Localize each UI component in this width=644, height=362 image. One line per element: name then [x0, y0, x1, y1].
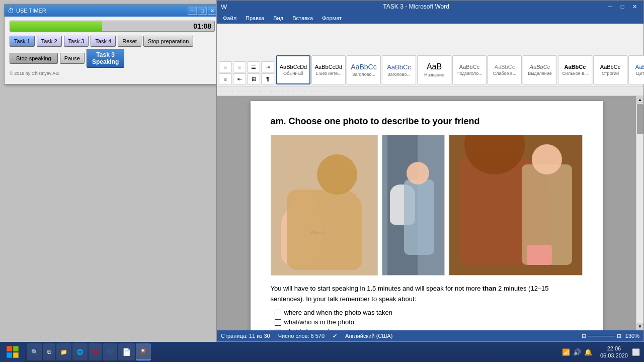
taskview-icon: ⧉: [47, 349, 51, 355]
task3-speaking-btn[interactable]: Task 3 Speaking: [87, 49, 124, 68]
style-h1-label: Заголово...: [352, 72, 375, 77]
tray-volume-icon[interactable]: 🔊: [573, 348, 581, 356]
taskbar-item-yandex[interactable]: Я: [89, 343, 102, 360]
style-title-label: Название: [424, 72, 444, 77]
timer-progress-area: 01:08: [5, 17, 220, 34]
word-content-area[interactable]: am. Choose one photo to describe to your…: [217, 96, 636, 330]
menu-edit[interactable]: Правка: [242, 14, 268, 22]
tray-notification-icon[interactable]: 🔔: [584, 348, 592, 356]
style-title-sample: AaB: [427, 62, 442, 71]
style-strict[interactable]: AaBbCc Строгий: [593, 55, 627, 84]
word-titlebar: W TASK 3 - Microsoft Word ─ □ ✕: [217, 1, 643, 13]
word-page: am. Choose one photo to describe to your…: [251, 101, 603, 330]
style-subtle-sample: AaBbCc: [495, 64, 515, 70]
style-emphasis[interactable]: AaBbCc Выделение: [523, 55, 557, 84]
stop-prep-btn[interactable]: Stop preparation: [143, 36, 193, 47]
style-quote[interactable]: AaBbCc Цитата...: [628, 55, 644, 84]
ribbon-btn-align2[interactable]: ≡: [233, 61, 246, 72]
style-no-spacing[interactable]: AaBbCcDd 1 Без инте...: [311, 55, 346, 84]
word-maximize-btn[interactable]: □: [617, 3, 627, 11]
timer-maximize-btn[interactable]: □: [198, 7, 207, 15]
taskbar-item-explorer[interactable]: 📁: [56, 343, 71, 360]
doc-checklist: where and when the photo was taken what/…: [275, 309, 583, 330]
doc-main-text: You will have to start speaking in 1.5 m…: [271, 284, 583, 305]
checkbox-2[interactable]: [275, 319, 281, 326]
checkbox-1[interactable]: [275, 310, 281, 316]
taskbar-item-word[interactable]: W: [103, 343, 117, 360]
style-heading2[interactable]: AaBbCc Заголово...: [382, 55, 416, 84]
taskbar-item-taskview[interactable]: ⧉: [43, 343, 55, 360]
style-subtitle[interactable]: AaBbCc Подзаголо...: [452, 55, 487, 84]
ruler-content: · · · · · · · · · · · · · · · · · · · ·: [221, 89, 329, 94]
style-subtitle-label: Подзаголо...: [456, 71, 482, 76]
word-window: W TASK 3 - Microsoft Word ─ □ ✕ Файл Пра…: [216, 0, 644, 342]
doc-text-bold: than: [482, 285, 496, 292]
menu-format[interactable]: Формат: [318, 14, 346, 22]
scroll-up-btn[interactable]: ▲: [636, 96, 644, 104]
timer-title-text: USE TIMER: [16, 8, 46, 14]
browser-icon: 🌐: [76, 349, 84, 355]
task1-btn[interactable]: Task 1: [10, 36, 35, 47]
clock-time: 22:06: [600, 345, 628, 352]
checklist-item-2: what/who is in the photo: [275, 318, 583, 326]
style-normal-sample: AaBbCcDd: [280, 64, 307, 70]
taskbar-item-cortana[interactable]: 🔍: [27, 343, 42, 360]
cortana-icon: 🔍: [31, 349, 38, 355]
checklist-label-2: what/who is in the photo: [284, 318, 354, 326]
show-desktop-btn[interactable]: ⬜: [632, 348, 640, 356]
style-title[interactable]: AaB Название: [417, 55, 451, 84]
status-language: Английский (США): [345, 333, 392, 339]
menu-file[interactable]: Файл: [219, 14, 240, 22]
taskbar-item-browser[interactable]: 🌐: [72, 343, 88, 360]
taskbar-item-active-app[interactable]: 🎴: [136, 343, 151, 360]
taskbar-item-acrobat[interactable]: 📄: [118, 343, 135, 360]
scroll-down-btn[interactable]: ▼: [636, 323, 644, 330]
taskbar: 🔍 ⧉ 📁 🌐 Я W 📄 🎴 📶 🔊 🔔 22:06: [0, 342, 644, 362]
timer-close-btn[interactable]: ✕: [208, 7, 217, 15]
svg-rect-1: [13, 346, 18, 351]
taskbar-items: 🔍 ⧉ 📁 🌐 Я W 📄 🎴: [25, 343, 554, 360]
word-scrollbar: ▲ ▼: [636, 96, 643, 330]
reset-btn[interactable]: Reset: [118, 36, 141, 47]
ribbon-btn-indent1[interactable]: ⇥: [261, 61, 274, 72]
ribbon-btn-align1[interactable]: ≡: [219, 61, 232, 72]
style-no-spacing-sample: AaBbCcDd: [315, 64, 342, 70]
svg-rect-2: [7, 352, 12, 358]
style-subtle[interactable]: AaBbCc Слабое в...: [488, 55, 522, 84]
svg-rect-3: [13, 352, 18, 358]
scroll-thumb[interactable]: [637, 104, 643, 134]
status-lang-icon: ✔: [333, 333, 337, 339]
word-menu-bar: Файл Правка Вид Вставка Формат: [217, 13, 643, 24]
ribbon-btn-marks[interactable]: ¶: [261, 73, 274, 84]
tray-network-icon[interactable]: 📶: [562, 348, 570, 356]
word-close-btn[interactable]: ✕: [629, 3, 639, 11]
taskbar-clock[interactable]: 22:06 06.03.2020: [600, 345, 628, 359]
stop-speaking-btn[interactable]: Stop speaking: [10, 53, 58, 64]
task2-btn[interactable]: Task 2: [37, 36, 62, 47]
menu-insert[interactable]: Вставка: [288, 14, 317, 22]
timer-window: ⏱ USE TIMER ─ □ ✕ 01:08 Task 1 Task 2 Ta…: [4, 4, 220, 84]
ribbon-btn-indent2[interactable]: ⇤: [233, 73, 246, 84]
photos-container: Photo 1: [271, 135, 583, 276]
timer-progress-bar: 01:08: [10, 21, 215, 32]
menu-view[interactable]: Вид: [269, 14, 287, 22]
word-statusbar: Страница: 11 из 30 Число слов: 6 570 ✔ А…: [217, 330, 643, 341]
timer-minimize-btn[interactable]: ─: [188, 7, 197, 15]
style-normal[interactable]: AaBbCcDd Обычный: [276, 55, 310, 84]
start-button[interactable]: [0, 342, 25, 362]
style-emphasis-sample: AaBbCc: [530, 64, 550, 70]
style-strong[interactable]: AaBbCc Сильное в...: [558, 55, 592, 84]
word-minimize-btn[interactable]: ─: [605, 3, 615, 11]
timer-window-controls: ─ □ ✕: [188, 7, 217, 15]
task3-btn[interactable]: Task 3: [64, 36, 89, 47]
style-heading1[interactable]: AaBbCc Заголово...: [347, 55, 381, 84]
pause-btn[interactable]: Pause: [60, 53, 85, 64]
acrobat-icon: 📄: [122, 348, 131, 356]
taskbar-right: 📶 🔊 🔔 22:06 06.03.2020 ⬜: [554, 345, 644, 359]
task4-btn[interactable]: Task 4: [91, 36, 116, 47]
ribbon-btn-list1[interactable]: ☰: [247, 61, 260, 72]
photo-baby-dog: Photo 1: [271, 135, 378, 276]
ribbon-btn-sort[interactable]: ⊞: [247, 73, 260, 84]
timer-display: 01:08: [193, 22, 211, 30]
ribbon-btn-align3[interactable]: ≡: [219, 73, 232, 84]
